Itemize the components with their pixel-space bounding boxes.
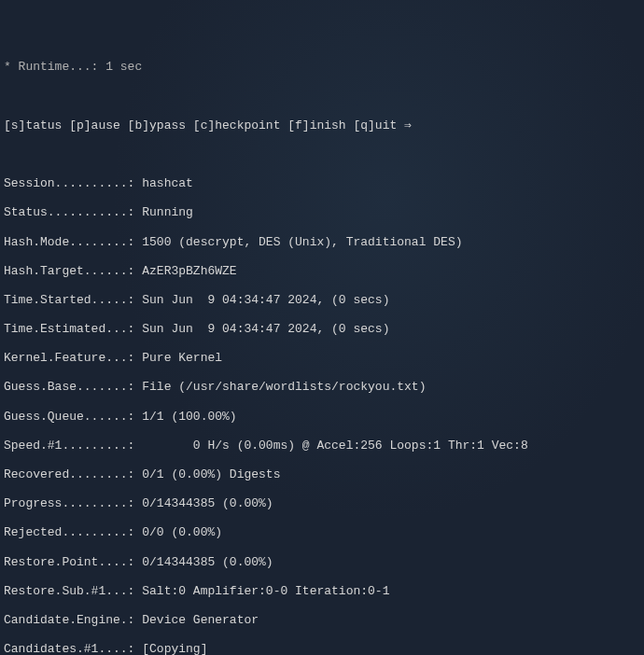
candidate-engine-line: Candidate.Engine.: Device Generator xyxy=(4,613,640,628)
guess-base-line: Guess.Base.......: File (/usr/share/word… xyxy=(4,380,640,395)
speed-line: Speed.#1.........: 0 H/s (0.00ms) @ Acce… xyxy=(4,439,640,453)
menu-line[interactable]: [s]tatus [p]ause [b]ypass [c]heckpoint [… xyxy=(4,118,640,133)
progress-line: Progress.........: 0/14344385 (0.00%) xyxy=(4,496,640,511)
status-line: Status...........: Running xyxy=(4,205,640,220)
session-line: Session..........: hashcat xyxy=(4,176,640,191)
guess-queue-line: Guess.Queue......: 1/1 (100.00%) xyxy=(4,410,640,425)
hash-target-line: Hash.Target......: AzER3pBZh6WZE xyxy=(4,264,640,279)
rejected-line: Rejected.........: 0/0 (0.00%) xyxy=(4,525,640,540)
restore-point-line: Restore.Point....: 0/14344385 (0.00%) xyxy=(4,555,640,570)
kernel-feature-line: Kernel.Feature...: Pure Kernel xyxy=(4,351,640,366)
hash-mode-line: Hash.Mode........: 1500 (descrypt, DES (… xyxy=(4,235,640,250)
time-estimated-line: Time.Estimated...: Sun Jun 9 04:34:47 20… xyxy=(4,322,640,337)
candidates-line: Candidates.#1....: [Copying] xyxy=(4,642,640,655)
blank-line xyxy=(4,90,640,105)
restore-sub-line: Restore.Sub.#1...: Salt:0 Amplifier:0-0 … xyxy=(4,584,640,599)
blank-line xyxy=(4,147,640,162)
recovered-line: Recovered........: 0/1 (0.00%) Digests xyxy=(4,467,640,482)
time-started-line: Time.Started.....: Sun Jun 9 04:34:47 20… xyxy=(4,293,640,308)
runtime-line: * Runtime...: 1 sec xyxy=(4,60,640,75)
